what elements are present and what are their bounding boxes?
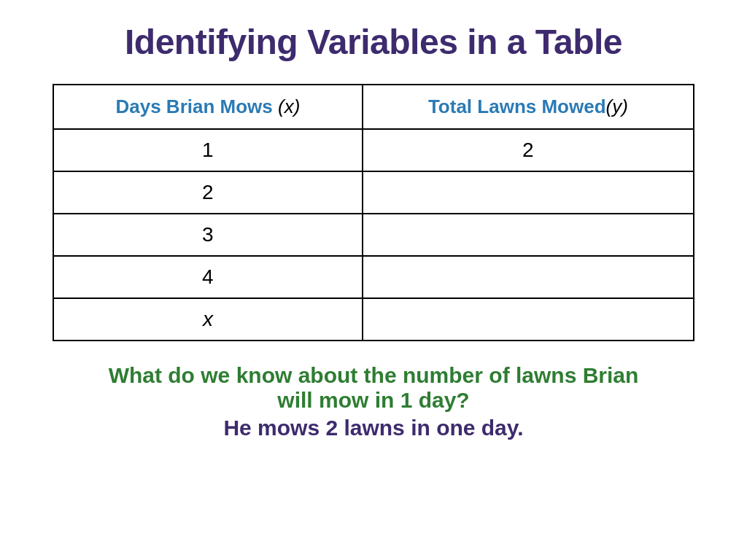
question-line1: What do we know about the number of lawn… (109, 363, 639, 388)
row4-col1: 4 (54, 256, 363, 298)
col2-header: Total Lawns Mowed(y) (363, 85, 693, 129)
table-row: 2 (54, 171, 693, 214)
row5-col2 (363, 298, 693, 340)
row2-col1: 2 (54, 171, 363, 214)
answer-text: He mows 2 lawns in one day. (109, 416, 639, 440)
table-body: 1 2 2 3 4 x (54, 129, 693, 340)
data-table: Days Brian Mows (x) Total Lawns Mowed(y)… (53, 84, 694, 341)
table-row: x (54, 298, 693, 340)
row5-col1: x (54, 298, 363, 340)
question-block: What do we know about the number of lawn… (109, 363, 639, 440)
row3-col2 (363, 214, 693, 256)
row1-col1: 1 (54, 129, 363, 171)
col1-header-text: Days Brian Mows (115, 96, 272, 117)
col1-header: Days Brian Mows (x) (54, 85, 363, 129)
col1-var: (x) (278, 96, 300, 117)
table-row: 4 (54, 256, 693, 298)
col2-header-text: Total Lawns Mowed (428, 96, 606, 117)
question-line2: will mow in 1 day? (109, 388, 639, 413)
table-row: 3 (54, 214, 693, 256)
row1-col2: 2 (363, 129, 693, 171)
col2-var: (y) (606, 96, 628, 117)
table-row: 1 2 (54, 129, 693, 171)
page-title: Identifying Variables in a Table (125, 22, 622, 62)
row3-col1: 3 (54, 214, 363, 256)
table-header-row: Days Brian Mows (x) Total Lawns Mowed(y) (54, 85, 693, 129)
row2-col2 (363, 171, 693, 214)
row4-col2 (363, 256, 693, 298)
